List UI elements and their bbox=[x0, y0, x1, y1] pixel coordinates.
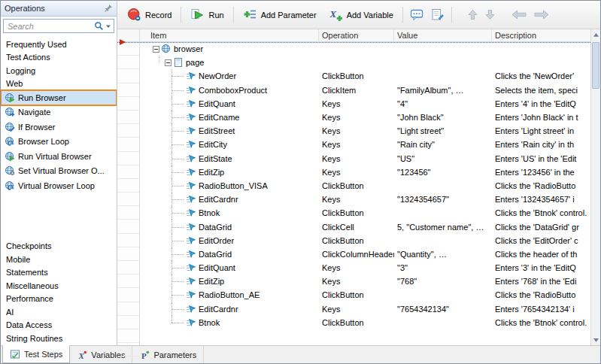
test-step-row-editstate[interactable]: EditStateKeys"US"Enters 'US' in the 'Edi… bbox=[140, 152, 590, 165]
sidebar-item-run-virtual-browser[interactable]: Run Virtual Browser bbox=[1, 149, 117, 164]
tab-test-steps[interactable]: Test Steps bbox=[2, 345, 70, 363]
sidebar-item-checkpoints[interactable]: Checkpoints bbox=[1, 240, 117, 253]
sidebar-item-mobile[interactable]: Mobile bbox=[1, 253, 117, 266]
gutter-cell[interactable] bbox=[117, 247, 139, 261]
test-step-row-page[interactable]: page bbox=[140, 56, 590, 69]
run-button[interactable]: Run bbox=[185, 5, 229, 25]
search-input[interactable] bbox=[8, 22, 93, 31]
gutter-cell[interactable] bbox=[117, 69, 139, 83]
collapse-toggle[interactable] bbox=[153, 46, 159, 53]
step-item-name: browser bbox=[174, 44, 203, 53]
scrollbar-thumb[interactable] bbox=[592, 42, 599, 89]
collapse-toggle[interactable] bbox=[165, 59, 171, 66]
test-step-row-editorder[interactable]: EditOrderClickButtonClicks the 'EditOrde… bbox=[140, 234, 590, 247]
sidebar-item-string-routines[interactable]: String Routines bbox=[1, 332, 117, 345]
scroll-up-button[interactable] bbox=[591, 29, 600, 40]
test-step-row-radiobutton-ae[interactable]: RadioButton_AEClickButtonClicks the 'Rad… bbox=[140, 288, 590, 302]
test-step-row-datagrid[interactable]: DataGridClickColumnHeader"Quantity", …Cl… bbox=[140, 247, 590, 261]
test-step-row-editstreet[interactable]: EditStreetKeys"Light street"Enters 'Ligh… bbox=[140, 124, 590, 138]
run-browser-icon bbox=[5, 93, 15, 103]
test-step-row-editquant[interactable]: EditQuantKeys"3"Enters '3' in the 'EditQ bbox=[140, 261, 590, 275]
test-step-row-editcardnr[interactable]: EditCardnrKeys"1324354657"Enters '132435… bbox=[140, 193, 590, 206]
test-step-row-editquant[interactable]: EditQuantKeys"4"Enters '4' in the 'EditQ bbox=[140, 97, 590, 111]
test-step-row-editcardnr[interactable]: EditCardnrKeys"7654342134"Enters '765434… bbox=[140, 302, 590, 316]
test-step-row-editcity[interactable]: EditCityKeys"Rain city"Enters 'Rain city… bbox=[140, 138, 590, 151]
sidebar-item-navigate[interactable]: Navigate bbox=[1, 105, 117, 120]
gutter-cell[interactable] bbox=[117, 152, 139, 165]
gutter-cell[interactable] bbox=[117, 206, 139, 220]
browser-loop-icon bbox=[5, 136, 15, 147]
gutter-cell[interactable] bbox=[117, 111, 139, 124]
sidebar-item-virtual-browser-loop[interactable]: Virtual Browser Loop bbox=[1, 178, 117, 193]
sidebar-item-ai[interactable]: AI bbox=[1, 305, 117, 319]
test-step-row-comboboxproduct[interactable]: ComboboxProductClickItem"FamilyAlbum", …… bbox=[140, 83, 590, 97]
move-up-button[interactable] bbox=[465, 6, 481, 23]
record-button[interactable]: Record bbox=[122, 5, 177, 25]
gutter-cell[interactable] bbox=[117, 179, 139, 193]
sidebar-item-label: Test Actions bbox=[6, 53, 50, 62]
gutter-cell[interactable] bbox=[117, 138, 139, 151]
sidebar-item-if-browser[interactable]: If Browser bbox=[1, 120, 117, 135]
gutter-cell[interactable] bbox=[117, 316, 139, 329]
scrollbar-track[interactable] bbox=[591, 40, 600, 335]
gutter-cell[interactable] bbox=[117, 42, 139, 56]
move-left-button[interactable] bbox=[508, 7, 530, 23]
search-dropdown-icon[interactable] bbox=[105, 23, 111, 29]
gutter-cell[interactable] bbox=[117, 343, 139, 356]
gutter-cell[interactable] bbox=[117, 329, 139, 343]
gutter-cell[interactable] bbox=[117, 302, 139, 316]
sidebar-item-test-actions[interactable]: Test Actions bbox=[1, 51, 117, 65]
test-step-row-datagrid[interactable]: DataGridClickCell5, "Customer name", …Cl… bbox=[140, 220, 590, 233]
gutter-cell[interactable] bbox=[117, 288, 139, 302]
column-header-value[interactable]: Value bbox=[394, 29, 492, 41]
test-step-row-editzip[interactable]: EditZipKeys"123456"Enters '123456' in th… bbox=[140, 165, 590, 179]
test-step-row-radiobutton-visa[interactable]: RadioButton_VISAClickButtonClicks the 'R… bbox=[140, 179, 590, 193]
sidebar-item-web[interactable]: Web bbox=[1, 77, 117, 91]
comment-button[interactable] bbox=[407, 5, 426, 25]
gutter-cell[interactable] bbox=[117, 124, 139, 138]
sidebar-item-set-virtual-browser-o[interactable]: Set Virtual Browser O... bbox=[1, 164, 117, 179]
gutter-cell[interactable] bbox=[117, 165, 139, 179]
gutter-cell[interactable] bbox=[117, 193, 139, 206]
gutter-cell[interactable] bbox=[117, 220, 139, 233]
gutter-cell[interactable] bbox=[117, 56, 139, 69]
test-step-row-editcname[interactable]: EditCnameKeys"John Black"Enters 'John Bl… bbox=[140, 111, 590, 124]
search-icon[interactable] bbox=[94, 21, 104, 31]
sidebar-item-label: Web bbox=[6, 79, 23, 88]
sidebar-item-performance[interactable]: Performance bbox=[1, 293, 117, 306]
test-step-row-neworder[interactable]: NewOrderClickButtonClicks the 'NewOrder' bbox=[140, 69, 590, 83]
value-cell bbox=[394, 234, 492, 247]
operations-panel: Operations Frequently UsedTest ActionsLo… bbox=[1, 1, 117, 345]
sidebar-item-logging[interactable]: Logging bbox=[1, 64, 117, 77]
tab-parameters[interactable]: PParameters bbox=[132, 346, 204, 363]
sidebar-item-browser-loop[interactable]: Browser Loop bbox=[1, 135, 117, 150]
editor-tabbar: Test StepsXVariablesPParameters bbox=[1, 345, 600, 363]
gutter-cell[interactable] bbox=[117, 275, 139, 288]
test-step-row-btnok[interactable]: BtnokClickButtonClicks the 'Btnok' contr… bbox=[140, 206, 590, 220]
gutter-cell[interactable] bbox=[117, 83, 139, 97]
column-header-item[interactable]: Item bbox=[140, 29, 319, 41]
move-down-button[interactable] bbox=[482, 6, 498, 23]
column-header-description[interactable]: Description bbox=[492, 29, 590, 41]
sidebar-item-label: AI bbox=[6, 308, 14, 317]
gutter-cell[interactable] bbox=[117, 261, 139, 275]
sidebar-item-frequently-used[interactable]: Frequently Used bbox=[1, 38, 117, 51]
add-variable-button[interactable]: X Add Variable bbox=[323, 5, 399, 25]
test-step-row-editzip[interactable]: EditZipKeys"768"Enters '768' in the 'Edi bbox=[140, 275, 590, 288]
sidebar-item-run-browser[interactable]: Run Browser bbox=[1, 90, 117, 105]
sidebar-item-data-access[interactable]: Data Access bbox=[1, 319, 117, 332]
item-cell: RadioButton_VISA bbox=[140, 179, 319, 193]
column-header-operation[interactable]: Operation bbox=[319, 29, 394, 41]
add-parameter-button[interactable]: Add Parameter bbox=[238, 5, 322, 25]
pin-icon[interactable] bbox=[104, 4, 113, 13]
sidebar-item-statements[interactable]: Statements bbox=[1, 266, 117, 280]
gutter-cell[interactable] bbox=[117, 97, 139, 111]
test-step-row-btnok[interactable]: BtnokClickButtonClicks the 'Btnok' contr… bbox=[140, 316, 590, 329]
test-step-row-browser[interactable]: browser bbox=[140, 42, 590, 56]
sidebar-item-miscellaneous[interactable]: Miscellaneous bbox=[1, 279, 117, 293]
description-button[interactable] bbox=[428, 5, 448, 25]
move-right-button[interactable] bbox=[531, 7, 552, 23]
scroll-down-button[interactable] bbox=[591, 335, 600, 345]
gutter-cell[interactable] bbox=[117, 234, 139, 247]
vertical-scrollbar[interactable] bbox=[590, 29, 600, 345]
